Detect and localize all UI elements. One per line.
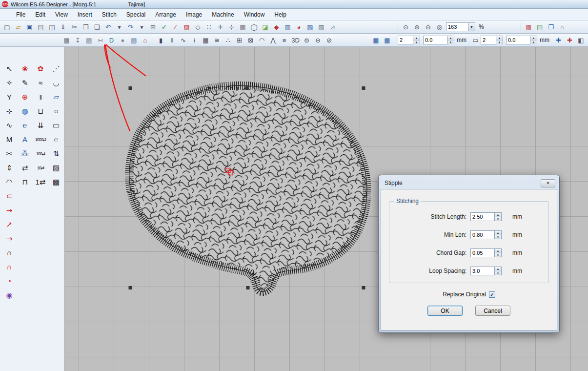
ellipse-tool[interactable]: ○ — [48, 104, 64, 118]
trapunto-icon[interactable]: ⊜ — [302, 35, 312, 45]
triple-run-tool[interactable]: ↗ — [1, 217, 17, 231]
thread-colors-icon[interactable]: ◆ — [271, 22, 282, 32]
spin-up-icon[interactable]: ▲ — [495, 213, 501, 217]
insert-design-icon[interactable]: ⊞ — [148, 22, 158, 32]
stipple-icon[interactable]: ∺ — [95, 35, 105, 45]
product-visualizer-icon[interactable]: ▤ — [535, 22, 545, 32]
grid-toggle-icon[interactable]: ▦ — [238, 22, 248, 32]
freehand-draw-tool[interactable]: ∿ — [1, 118, 17, 132]
menu-insert[interactable]: Insert — [73, 10, 97, 20]
closed-shape-icon[interactable]: ⌂ — [140, 35, 150, 45]
cancel-button[interactable]: Cancel — [475, 306, 510, 316]
stipple-fill-icon[interactable]: ∴ — [223, 35, 233, 45]
redo-dropdown-icon[interactable]: ▾ — [137, 22, 147, 32]
lettering-tool[interactable]: A — [17, 132, 33, 146]
export-machine-file-icon[interactable]: ⇓ — [58, 22, 68, 32]
swap-colors-tool[interactable]: ⇄ — [17, 161, 33, 175]
drop-stitch-tool[interactable]: ⇊ — [33, 118, 48, 132]
grid-spacing-input[interactable] — [398, 36, 413, 44]
motif-run-tool[interactable]: ⇢ — [1, 231, 17, 246]
digitize-pen-tool[interactable]: ✎ — [17, 76, 33, 90]
satin-icon[interactable]: ▮ — [156, 35, 166, 45]
manual-stitch-tool[interactable]: ∩ — [1, 260, 17, 274]
remove-underlay-icon[interactable]: ⊖ — [313, 35, 323, 45]
options-icon[interactable]: ⌂ — [557, 22, 568, 32]
reshape-tool[interactable]: ✧ — [1, 76, 17, 90]
min-len-input[interactable] — [471, 231, 494, 239]
spin-up-icon[interactable]: ▲ — [495, 231, 501, 235]
parallelogram-tool[interactable]: ▱ — [48, 90, 64, 104]
column-icon[interactable]: ⋀ — [268, 35, 278, 45]
ok-button[interactable]: OK — [427, 306, 463, 316]
menu-edit[interactable]: Edit — [31, 10, 50, 20]
hatch-tool[interactable]: ⋰ — [48, 62, 64, 76]
menu-machine[interactable]: Machine — [207, 10, 238, 20]
stitch-edit-tool[interactable]: M — [1, 132, 17, 146]
thread-needle-icon[interactable]: ↧ — [73, 35, 83, 45]
scissors-tool[interactable]: ✂ — [1, 146, 17, 161]
spin-down-icon[interactable]: ▼ — [495, 235, 501, 239]
rectangle-tool[interactable]: ▭ — [48, 118, 64, 132]
object-properties-icon[interactable]: ▦ — [61, 35, 72, 45]
selection-handle[interactable] — [362, 286, 365, 289]
arc-shape-tool[interactable]: ◡ — [48, 76, 64, 90]
ripple-fill-icon[interactable]: ≋ — [212, 35, 222, 45]
scale-100-tool[interactable]: 100⇄ — [33, 146, 48, 161]
monogram-tool[interactable]: ◍ — [17, 104, 33, 118]
no-fill-icon[interactable]: ⊘ — [324, 35, 334, 45]
pattern-a-tool[interactable]: ▨ — [48, 161, 64, 175]
pan-icon[interactable]: ✚ — [553, 35, 564, 45]
overview-window-icon[interactable]: ❐ — [546, 22, 556, 32]
target-point-tool[interactable]: ⊕ — [17, 90, 33, 104]
save-design-icon[interactable]: ▣ — [24, 22, 35, 32]
satin-stitch-icon[interactable]: ▨ — [182, 22, 192, 32]
pattern-b-tool[interactable]: ▩ — [48, 175, 64, 189]
measure-icon[interactable]: ⊿ — [327, 22, 338, 32]
selection-handle[interactable] — [129, 86, 132, 90]
open-curve-tool[interactable]: ⊂ — [1, 189, 17, 203]
updown-tool[interactable]: ⇅ — [48, 146, 64, 161]
open-design-icon[interactable]: ▱ — [13, 22, 23, 32]
loop-spacing-input[interactable] — [471, 267, 494, 275]
scale-1000-tool[interactable]: 1000⇄ — [33, 132, 48, 146]
shape-fill-icon[interactable]: ◪ — [260, 22, 270, 32]
color-wheel-tool[interactable]: ◔ — [1, 274, 17, 288]
selection-handle[interactable] — [129, 286, 132, 289]
zoom-level-input[interactable] — [446, 23, 468, 31]
spin-down-icon[interactable]: ▼ — [495, 217, 501, 221]
spin-down-icon[interactable]: ▼ — [413, 40, 420, 44]
undo-dropdown-icon[interactable]: ▾ — [114, 22, 124, 32]
spin-up-icon[interactable]: ▲ — [447, 36, 454, 40]
effect-3d-icon[interactable]: 3D — [290, 35, 301, 45]
palette-icon[interactable]: ▧ — [305, 22, 315, 32]
cross-fill-icon[interactable]: ⊞ — [234, 35, 244, 45]
fence-stitch-tool[interactable]: ⊔ — [33, 104, 48, 118]
film-strip-icon[interactable]: ▥ — [316, 22, 326, 32]
spin-down-icon[interactable]: ▼ — [495, 271, 501, 275]
florentine-fill-tool[interactable]: ❀ — [17, 62, 33, 76]
color-wheel-icon[interactable]: ◕ — [294, 22, 304, 32]
spin-up-icon[interactable]: ▲ — [496, 36, 503, 40]
fill-stitch-icon[interactable]: ◇ — [193, 22, 203, 32]
zoom-1-1-icon[interactable]: ◎ — [434, 22, 445, 32]
color-film-icon[interactable]: ▥ — [283, 22, 293, 32]
backstitch-icon[interactable]: ≡ — [279, 35, 289, 45]
menu-window[interactable]: Window — [240, 10, 269, 20]
snap-grid-icon[interactable]: ▦ — [382, 35, 392, 45]
spin-up-icon[interactable]: ▲ — [413, 36, 420, 40]
wave-fill-tool[interactable]: ≈ — [33, 76, 48, 90]
thread-ring-tool[interactable]: ◉ — [1, 288, 17, 302]
zoom-out-icon[interactable]: ⊖ — [423, 22, 433, 32]
undo-icon[interactable]: ↶ — [103, 22, 113, 32]
dot-icon[interactable]: ● — [118, 35, 128, 45]
guide-spacing-input[interactable] — [481, 36, 496, 44]
contour-icon[interactable]: ◠ — [257, 35, 267, 45]
print-icon[interactable]: ▤ — [36, 22, 46, 32]
outline-list-icon[interactable]: ▤ — [84, 35, 94, 45]
menu-special[interactable]: Special — [122, 10, 150, 20]
zigzag-icon[interactable]: ∿ — [178, 35, 188, 45]
team-names-tool[interactable]: ⁂ — [17, 146, 33, 161]
print-preview-icon[interactable]: ◫ — [47, 22, 57, 32]
spin-up-icon[interactable]: ▲ — [495, 249, 501, 253]
edge-partial-icon[interactable]: ◧ — [576, 35, 586, 45]
